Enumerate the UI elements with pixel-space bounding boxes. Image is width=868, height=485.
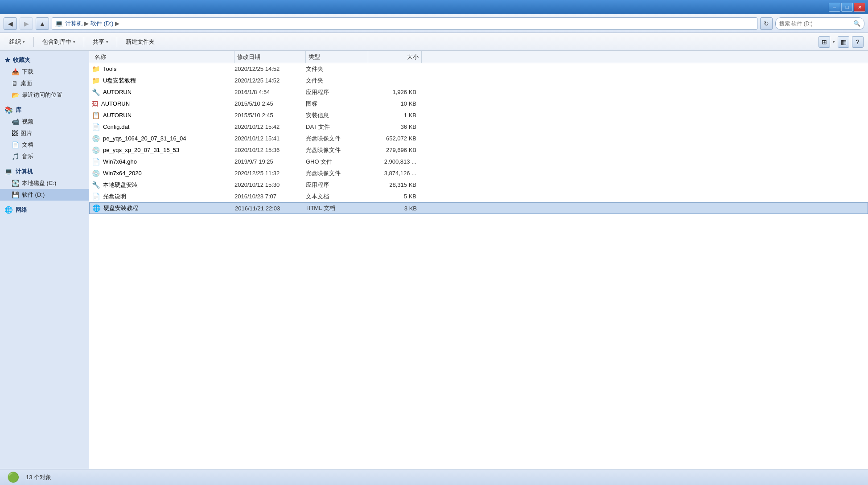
file-cell-type: 应用程序 — [306, 181, 368, 189]
col-header-type[interactable]: 类型 — [306, 51, 368, 63]
file-cell-date: 2020/10/12 15:30 — [234, 181, 306, 188]
sidebar-item-download[interactable]: 📥 下载 — [0, 66, 89, 78]
file-cell-size: 3 KB — [369, 205, 422, 212]
col-header-date[interactable]: 修改日期 — [234, 51, 306, 63]
file-date-text: 2020/10/12 15:41 — [234, 135, 280, 142]
file-date-text: 2016/10/23 7:07 — [234, 193, 276, 200]
file-name-text: AUTORUN — [103, 112, 132, 119]
disk-c-label: 本地磁盘 (C:) — [22, 179, 56, 187]
file-name-text: 硬盘安装教程 — [103, 204, 138, 212]
file-date-text: 2016/1/8 4:54 — [234, 89, 270, 95]
include-label: 包含到库中 — [42, 38, 71, 46]
organize-button[interactable]: 组织 ▾ — [4, 36, 30, 48]
col-header-name[interactable]: 名称 — [92, 51, 234, 63]
minimize-button[interactable]: – — [829, 3, 840, 12]
picture-icon: 🖼 — [12, 130, 18, 137]
table-row[interactable]: 💿 Win7x64_2020 2020/12/25 11:32 光盘映像文件 3… — [89, 168, 868, 179]
file-date-text: 2020/12/25 14:52 — [234, 66, 280, 72]
preview-pane-button[interactable]: ▦ — [838, 36, 849, 48]
file-cell-date: 2020/12/25 14:52 — [234, 77, 306, 84]
help-button[interactable]: ? — [852, 36, 864, 48]
table-row[interactable]: 📁 U盘安装教程 2020/12/25 14:52 文件夹 — [89, 75, 868, 86]
file-name-text: U盘安装教程 — [103, 77, 136, 85]
file-cell-date: 2019/9/7 19:25 — [234, 158, 306, 165]
sidebar-section-header-network[interactable]: 🌐 网络 — [0, 204, 89, 216]
video-icon: 📹 — [12, 118, 19, 125]
file-cell-date: 2016/1/8 4:54 — [234, 89, 306, 95]
computer-section-icon: 💻 — [4, 168, 13, 176]
table-row[interactable]: 📋 AUTORUN 2015/5/10 2:45 安装信息 1 KB — [89, 110, 868, 121]
new-folder-button[interactable]: 新建文件夹 — [121, 36, 160, 48]
up-button[interactable]: ▲ — [36, 17, 49, 30]
file-size-text: 652,072 KB — [386, 135, 416, 142]
table-row[interactable]: 📄 光盘说明 2016/10/23 7:07 文本文档 5 KB — [89, 191, 868, 202]
file-icon-txt: 📄 — [92, 193, 100, 201]
file-type-text: 应用程序 — [306, 181, 329, 189]
file-date-text: 2020/10/12 15:30 — [234, 181, 280, 188]
toolbar-right: ⊞ ▾ ▦ ? — [819, 36, 864, 48]
disk-c-icon: 💽 — [12, 180, 19, 187]
sidebar-item-desktop[interactable]: 🖥 桌面 — [0, 78, 89, 89]
picture-label: 图片 — [21, 129, 32, 137]
table-row[interactable]: 💿 pe_yqs_1064_20_07_31_16_04 2020/10/12 … — [89, 133, 868, 144]
file-name-text: pe_yqs_xp_20_07_31_15_53 — [103, 147, 179, 153]
file-size-text: 28,315 KB — [389, 181, 416, 188]
sidebar-item-video[interactable]: 📹 视频 — [0, 116, 89, 127]
sidebar-item-music[interactable]: 🎵 音乐 — [0, 151, 89, 162]
sidebar-item-disk-c[interactable]: 💽 本地磁盘 (C:) — [0, 177, 89, 189]
file-cell-date: 2016/11/21 22:03 — [235, 205, 306, 212]
sidebar-section-header-library[interactable]: 📚 库 — [0, 104, 89, 116]
sidebar-item-document[interactable]: 📄 文档 — [0, 139, 89, 151]
share-button[interactable]: 共享 ▾ — [88, 36, 113, 48]
table-row[interactable]: 📄 Win7x64.gho 2019/9/7 19:25 GHO 文件 2,90… — [89, 156, 868, 168]
file-cell-name: 🖼 AUTORUN — [92, 100, 234, 107]
file-cell-date: 2016/10/23 7:07 — [234, 193, 306, 200]
file-cell-name: 📄 光盘说明 — [92, 193, 234, 201]
share-label: 共享 — [93, 38, 104, 46]
video-label: 视频 — [22, 118, 33, 126]
file-cell-size: 279,696 KB — [368, 147, 422, 153]
close-button[interactable]: ✕ — [854, 3, 865, 12]
sidebar-section-header-computer[interactable]: 💻 计算机 — [0, 166, 89, 177]
forward-button[interactable]: ▶ — [20, 17, 33, 30]
breadcrumb-sep-2: ▶ — [115, 20, 119, 27]
table-row[interactable]: 🔧 本地硬盘安装 2020/10/12 15:30 应用程序 28,315 KB — [89, 179, 868, 191]
search-input[interactable] — [779, 21, 852, 27]
file-name-text: AUTORUN — [103, 89, 132, 95]
table-row[interactable]: 💿 pe_yqs_xp_20_07_31_15_53 2020/10/12 15… — [89, 144, 868, 156]
maximize-button[interactable]: □ — [841, 3, 853, 12]
file-cell-size: 5 KB — [368, 193, 422, 200]
col-header-size[interactable]: 大小 — [368, 51, 422, 63]
main-layout: ★ 收藏夹📥 下载🖥 桌面📂 最近访问的位置📚 库📹 视频🖼 图片📄 文档🎵 音… — [0, 51, 868, 469]
file-cell-size: 28,315 KB — [368, 181, 422, 188]
sidebar-item-recent[interactable]: 📂 最近访问的位置 — [0, 89, 89, 101]
table-row[interactable]: 📁 Tools 2020/12/25 14:52 文件夹 — [89, 63, 868, 75]
include-library-button[interactable]: 包含到库中 ▾ — [37, 36, 80, 48]
table-row[interactable]: 🔧 AUTORUN 2016/1/8 4:54 应用程序 1,926 KB — [89, 86, 868, 98]
table-row[interactable]: 🌐 硬盘安装教程 2016/11/21 22:03 HTML 文档 3 KB — [89, 202, 868, 214]
file-icon-iso: 💿 — [92, 146, 100, 154]
include-dropdown-icon: ▾ — [73, 40, 75, 44]
view-options-button[interactable]: ⊞ — [819, 36, 830, 48]
breadcrumb-computer[interactable]: 计算机 — [65, 20, 82, 28]
back-button[interactable]: ◀ — [4, 17, 17, 30]
file-name-text: AUTORUN — [101, 100, 130, 107]
sidebar-item-disk-d[interactable]: 💾 软件 (D:) — [0, 189, 89, 201]
file-icon-inf: 📋 — [92, 111, 100, 119]
view-dropdown-icon[interactable]: ▾ — [833, 40, 835, 44]
toolbar-separator-3 — [117, 37, 117, 47]
file-icon-iso: 💿 — [92, 169, 100, 177]
file-date-text: 2020/12/25 14:52 — [234, 77, 280, 84]
refresh-button[interactable]: ↻ — [760, 17, 773, 30]
file-size-text: 3 KB — [404, 205, 417, 212]
sidebar-section-header-favorites[interactable]: ★ 收藏夹 — [0, 54, 89, 66]
breadcrumb-sep-1: ▶ — [84, 20, 89, 27]
file-cell-size: 2,900,813 ... — [368, 158, 422, 165]
breadcrumb-disk-d[interactable]: 软件 (D:) — [91, 20, 113, 28]
sidebar-section-library: 📚 库📹 视频🖼 图片📄 文档🎵 音乐 — [0, 104, 89, 162]
table-row[interactable]: 📄 Config.dat 2020/10/12 15:42 DAT 文件 36 … — [89, 121, 868, 133]
status-bar: 🟢 13 个对象 — [0, 469, 868, 485]
table-row[interactable]: 🖼 AUTORUN 2015/5/10 2:45 图标 10 KB — [89, 98, 868, 110]
file-size-text: 3,874,126 ... — [384, 170, 416, 177]
sidebar-item-picture[interactable]: 🖼 图片 — [0, 127, 89, 139]
